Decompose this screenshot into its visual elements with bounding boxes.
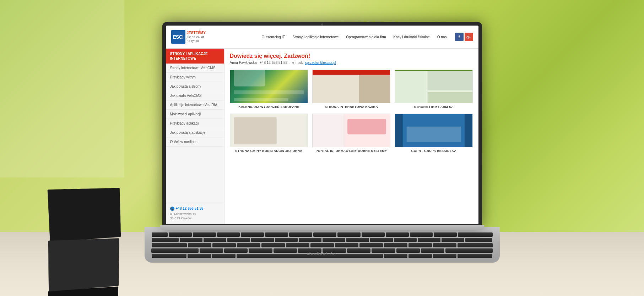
site-main: STRONY I APLIKACJE INTERNETOWE Strony in… — [166, 49, 478, 224]
sidebar-address: ul. Mieszewska 19 30-313 Kraków — [170, 212, 220, 221]
sidebar-link-6[interactable]: Przykłady aplikacji — [166, 119, 224, 128]
portfolio-label-5: GOPR - GRUPA BESKIDZKA — [395, 149, 473, 153]
window-left — [0, 0, 124, 177]
logo-area: ESC! JESTEŚMY już od 24 lat na rynku — [171, 30, 217, 44]
portfolio-label-3: STRONA GMINY KONSTANCIN JEZIORNA — [230, 149, 308, 153]
portfolio-item-0[interactable]: KALENDARZ WYDARZEŃ ZAKOPANE — [230, 70, 308, 109]
googleplus-button[interactable]: g+ — [465, 33, 473, 41]
portfolio-item-3[interactable]: STRONA GMINY KONSTANCIN JEZIORNA — [230, 114, 308, 153]
sidebar-link-7[interactable]: Jak powstają aplikacje — [166, 128, 224, 137]
laptop: ESC! JESTEŚMY już od 24 lat na rynku Out… — [145, 22, 500, 263]
website: ESC! JESTEŚMY już od 24 lat na rynku Out… — [166, 26, 478, 224]
sidebar-link-5[interactable]: Możliwości aplikacji — [166, 110, 224, 119]
logo-text: ESC! — [173, 34, 183, 40]
sidebar-link-2[interactable]: Jak powstają strony — [166, 82, 224, 91]
portfolio-item-1[interactable]: STRONA INTERNETOWA KAZIKA — [312, 70, 390, 109]
logo-tagline: JESTEŚMY już od 24 lat na rynku — [187, 31, 206, 43]
portfolio-thumb-3 — [230, 114, 308, 147]
logo-tagline-1: JESTEŚMY — [187, 31, 206, 35]
portfolio-item-2[interactable]: STRONA FIRMY ABM SA — [395, 70, 473, 109]
portfolio-thumb-0 — [230, 70, 308, 103]
portfolio-thumb-2 — [395, 70, 473, 103]
keyboard-base: MacBook Air — [145, 227, 500, 263]
nav-items: Outsourcing IT Strony i aplikacje intern… — [223, 33, 450, 41]
portfolio-thumb-1 — [312, 70, 390, 103]
phone-icon: 📞 — [170, 207, 174, 211]
facebook-button[interactable]: f — [455, 33, 464, 41]
portfolio-thumb-5 — [395, 114, 473, 147]
sidebar-address-line2: 30-313 Kraków — [170, 216, 220, 221]
cta-phone: +48 12 656 51 58 — [260, 61, 287, 65]
screen-bezel: ESC! JESTEŚMY już od 24 lat na rynku Out… — [162, 22, 482, 228]
portfolio-grid: KALENDARZ WYDARZEŃ ZAKOPANE STRONA INTER… — [230, 70, 473, 153]
nav-item-oprogramowanie[interactable]: Oprogramowanie dla firm — [343, 33, 389, 41]
cta-heading: Dowiedz się więcej. Zadzwoń! — [230, 53, 473, 59]
portfolio-label-2: STRONA FIRMY ABM SA — [395, 105, 473, 109]
portfolio-item-4[interactable]: PORTAL INFORMACYJNY DOBRE SYSTEMY — [312, 114, 390, 153]
portfolio-label-1: STRONA INTERNETOWA KAZIKA — [312, 105, 390, 109]
laptop-brand: MacBook Air — [307, 251, 337, 256]
logo-tagline-2: już od 24 lat — [187, 35, 206, 39]
sidebar-link-0[interactable]: Strony internetowe VelaCMS — [166, 64, 224, 73]
sidebar-link-3[interactable]: Jak działa VelaCMS — [166, 91, 224, 100]
cta-name: Anna Pawłowska — [230, 61, 257, 65]
site-header: ESC! JESTEŚMY już od 24 lat na rynku Out… — [166, 26, 478, 49]
nav-item-kasy[interactable]: Kasy i drukarki fiskalne — [391, 33, 433, 41]
logo-tagline-3: na rynku — [187, 39, 206, 43]
logo-box: ESC! — [171, 30, 185, 44]
sidebar-link-8[interactable]: O Veli w mediach — [166, 137, 224, 147]
cta-email[interactable]: sprzedaz@escsa.pl — [305, 61, 336, 65]
sidebar-contact: 📞 +48 12 656 51 58 ul. Mieszewska 19 30-… — [166, 203, 224, 224]
sidebar-address-line1: ul. Mieszewska 19 — [170, 212, 220, 216]
portfolio-label-0: KALENDARZ WYDARZEŃ ZAKOPANE — [230, 105, 308, 109]
nav-item-onas[interactable]: O nas — [434, 33, 450, 41]
nav-item-outsourcing[interactable]: Outsourcing IT — [259, 33, 288, 41]
cta-sub: Anna Pawłowska +48 12 656 51 58 , e-mail… — [230, 61, 473, 65]
sidebar-active-item[interactable]: STRONY I APLIKACJE INTERNETOWE — [166, 49, 224, 64]
portfolio-item-5[interactable]: GOPR - GRUPA BESKIDZKA — [395, 114, 473, 153]
notebook-1 — [48, 188, 121, 242]
sidebar: STRONY I APLIKACJE INTERNETOWE Strony in… — [166, 49, 224, 224]
screen-inner: ESC! JESTEŚMY już od 24 lat na rynku Out… — [166, 26, 478, 224]
content-area: Dowiedz się więcej. Zadzwoń! Anna Pawłow… — [224, 49, 478, 224]
sidebar-link-1[interactable]: Przykłady witryn — [166, 73, 224, 82]
sidebar-phone: 📞 +48 12 656 51 58 — [170, 207, 220, 211]
portfolio-label-4: PORTAL INFORMACYJNY DOBRE SYSTEMY — [312, 149, 390, 153]
cta-email-label: e-mail: — [292, 61, 303, 65]
sidebar-phone-number: +48 12 656 51 58 — [176, 207, 204, 210]
portfolio-thumb-4 — [312, 114, 390, 147]
notebook-2 — [48, 238, 119, 291]
social-icons: f g+ — [455, 33, 473, 41]
notebook-stack — [49, 187, 160, 254]
sidebar-link-4[interactable]: Aplikacje internetowe VelaRIA — [166, 100, 224, 110]
laptop-outer-lip — [160, 225, 484, 230]
nav-item-strony[interactable]: Strony i aplikacje internetowe — [289, 33, 341, 41]
